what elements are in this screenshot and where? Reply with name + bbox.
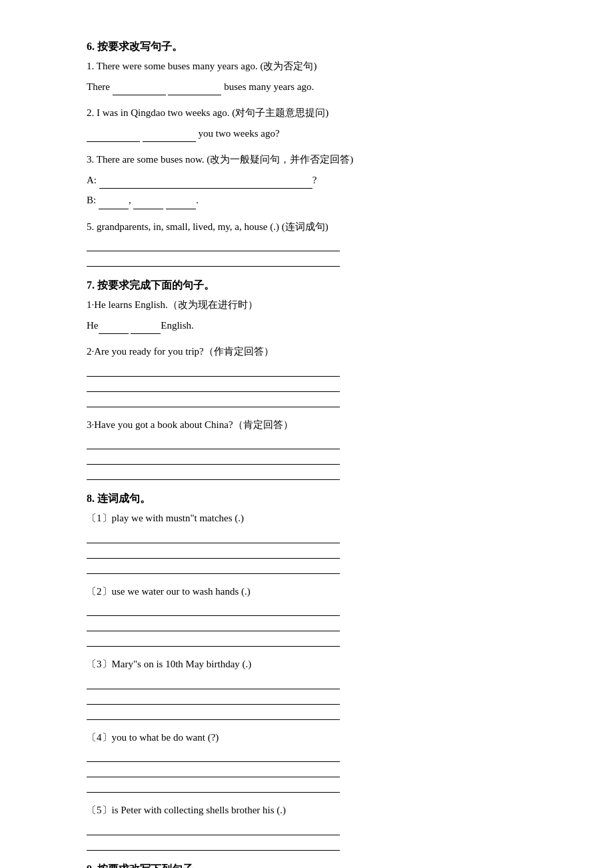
section-9: 9. 按要求改写下列句子。 1. These are Linda's books… [87, 863, 546, 869]
answer-line-7-2c[interactable] [87, 394, 340, 407]
answer-line-8-4a[interactable] [87, 749, 340, 762]
blank-6-1b[interactable] [168, 78, 221, 96]
item-6-1-prompt: 1. There were some buses many years ago.… [87, 58, 546, 75]
item-8-5-prompt: 〔5〕is Peter with collecting shells broth… [87, 802, 546, 819]
item-6-5-prompt: 5. grandparents, in, small, lived, my, a… [87, 219, 546, 236]
item-6-3: 3. There are some buses now. (改为一般疑问句，并作… [87, 151, 546, 209]
item-7-1-partial: He English. [87, 317, 546, 335]
answer-line-8-1c[interactable] [87, 561, 340, 574]
item-8-2-prompt: 〔2〕use we water our to wash hands (.) [87, 583, 546, 601]
answer-line-8-3c[interactable] [87, 707, 340, 720]
item-8-2-answer [87, 603, 546, 647]
item-8-3-answer [87, 676, 546, 720]
section-8: 8. 连词成句。 〔1〕play we with mustn"t matches… [87, 492, 546, 851]
answer-line-8-4c[interactable] [87, 779, 340, 793]
answer-line-8-2b[interactable] [87, 618, 340, 631]
answer-line-7-3b[interactable] [87, 451, 340, 465]
blank-6-2a[interactable] [87, 125, 140, 143]
answer-line-7-2b[interactable] [87, 379, 340, 392]
item-7-1-prompt: 1·He learns English.（改为现在进行时） [87, 297, 546, 314]
item-8-4-answer [87, 749, 546, 793]
answer-line-8-4b[interactable] [87, 764, 340, 777]
item-6-1: 1. There were some buses many years ago.… [87, 58, 546, 95]
blank-6-3b1[interactable] [99, 191, 129, 209]
item-8-3: 〔3〕Mary"s on is 10th May birthday (.) [87, 656, 546, 720]
answer-line-6-5b[interactable] [87, 253, 340, 267]
blank-7-1b[interactable] [131, 317, 161, 335]
item-8-1-answer [87, 530, 546, 574]
item-7-3: 3·Have you got a book about China?（肯定回答） [87, 417, 546, 481]
answer-line-8-3b[interactable] [87, 691, 340, 705]
item-7-1: 1·He learns English.（改为现在进行时） He English… [87, 297, 546, 334]
answer-line-7-2a[interactable] [87, 363, 340, 377]
item-8-4: 〔4〕you to what be do want (?) [87, 729, 546, 793]
answer-line-6-5a[interactable] [87, 238, 340, 251]
item-8-1: 〔1〕play we with mustn"t matches (.) [87, 510, 546, 574]
item-6-2-partial: you two weeks ago? [87, 125, 546, 143]
item-8-1-prompt: 〔1〕play we with mustn"t matches (.) [87, 510, 546, 527]
blank-6-3b3[interactable] [166, 191, 196, 209]
item-7-2-prompt: 2·Are you ready for you trip?（作肯定回答） [87, 343, 546, 361]
item-6-2-prompt: 2. I was in Qingdao two weeks ago. (对句子主… [87, 105, 546, 122]
item-6-3-prompt: 3. There are some buses now. (改为一般疑问句，并作… [87, 151, 546, 169]
item-7-2-answer [87, 363, 546, 407]
blank-6-1a[interactable] [113, 78, 166, 96]
answer-line-8-5b[interactable] [87, 837, 340, 851]
item-8-2: 〔2〕use we water our to wash hands (.) [87, 583, 546, 647]
answer-line-8-1a[interactable] [87, 530, 340, 543]
item-7-3-answer [87, 436, 546, 480]
section-7-title: 7. 按要求完成下面的句子。 [87, 279, 546, 293]
item-8-5-answer [87, 822, 546, 851]
item-6-1-partial: There buses many years ago. [87, 78, 546, 96]
item-8-4-prompt: 〔4〕you to what be do want (?) [87, 729, 546, 747]
answer-line-8-1b[interactable] [87, 545, 340, 559]
item-6-3-b: B: , . [87, 191, 546, 209]
item-6-3-a: A: ? [87, 171, 546, 189]
item-6-5-answer [87, 238, 546, 267]
answer-line-7-3c[interactable] [87, 467, 340, 480]
blank-6-3b2[interactable] [133, 191, 163, 209]
answer-line-8-5a[interactable] [87, 822, 340, 835]
answer-line-8-2a[interactable] [87, 603, 340, 616]
section-7: 7. 按要求完成下面的句子。 1·He learns English.（改为现在… [87, 279, 546, 480]
blank-6-3a[interactable] [99, 171, 312, 189]
item-8-5: 〔5〕is Peter with collecting shells broth… [87, 802, 546, 851]
answer-line-8-3a[interactable] [87, 676, 340, 689]
answer-line-8-2c[interactable] [87, 633, 340, 647]
section-6-title: 6. 按要求改写句子。 [87, 40, 546, 54]
blank-6-2b[interactable] [143, 125, 196, 143]
answer-line-7-3a[interactable] [87, 436, 340, 449]
item-7-2: 2·Are you ready for you trip?（作肯定回答） [87, 343, 546, 407]
section-6: 6. 按要求改写句子。 1. There were some buses man… [87, 40, 546, 267]
section-9-title: 9. 按要求改写下列句子。 [87, 863, 546, 869]
item-6-5: 5. grandparents, in, small, lived, my, a… [87, 219, 546, 267]
section-8-title: 8. 连词成句。 [87, 492, 546, 506]
item-7-3-prompt: 3·Have you got a book about China?（肯定回答） [87, 417, 546, 434]
item-8-3-prompt: 〔3〕Mary"s on is 10th May birthday (.) [87, 656, 546, 673]
item-6-2: 2. I was in Qingdao two weeks ago. (对句子主… [87, 105, 546, 142]
blank-7-1a[interactable] [99, 317, 129, 335]
